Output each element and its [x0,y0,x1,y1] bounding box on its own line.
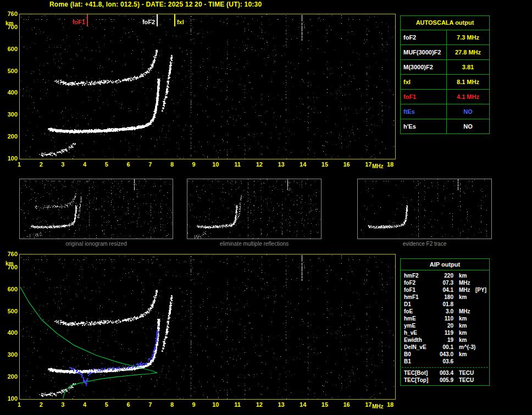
parameter-value: 3.0 [435,308,453,315]
x-tick-label: 18 [387,161,394,168]
autoscala-table-header: AUTOSCALA output [401,16,489,30]
bottom-ionogram-canvas [20,254,395,399]
parameter-label: MUF(3000)F2 [401,45,447,59]
parameter-unit [453,358,459,365]
parameter-value: 003.4 [435,369,453,377]
parameter-value: 4.1 MHz [447,90,489,104]
parameter-label: foF1 [404,286,435,294]
y-tick-label: 500 [2,68,18,74]
x-tick-label: 11 [234,161,241,168]
x-tick-label: 7 [148,401,152,408]
x-tick-label: 8 [170,401,174,408]
autoscala-table-rows: foF27.3 MHzMUF(3000)F227.8 MHzM(3000)F23… [401,30,489,134]
parameter-value: 27.8 MHz [447,45,489,59]
x-tick-label: 4 [83,161,86,168]
aip-output-table: AIP output hmF2220kmfoF207.3MHzfoF104.1M… [400,258,490,386]
y-tick-label: 300 [2,111,18,118]
thumbnail-caption: eliminate multiple reflections [187,241,322,247]
parameter-value: 043.0 [435,351,453,358]
parameter-value: NO [447,104,489,119]
parameter-unit: MHz [453,308,470,315]
x-axis-unit-bottom: MHz [372,403,384,410]
y-tick-label: 200 [2,133,18,140]
parameter-value: 20 [435,322,453,329]
parameter-value: 005.9 [435,377,453,384]
parameter-label: foE [404,308,435,315]
table-row: ymE20km [401,322,489,329]
parameter-label: ftEs [401,104,447,119]
parameter-unit: km [453,272,467,279]
top-ionogram-canvas [20,14,395,159]
parameter-label: M(3000)F2 [401,60,447,74]
parameter-label: foF1 [401,90,447,104]
parameter-unit: km [453,315,467,322]
thumbnail-caption: original ionogram resized [19,241,173,247]
thumbnail-canvas [20,179,173,239]
parameter-unit: TECU [453,369,474,377]
table-row: hmF1180km [401,294,489,301]
parameter-label: fxI [401,75,447,89]
y-tick-label: 760 [2,251,18,257]
y-tick-label: 700 [2,264,18,270]
parameter-label: ymE [404,322,435,329]
parameter-label: foF2 [401,30,447,45]
parameter-label: B1 [404,358,435,365]
table-row: foF27.3 MHz [401,30,489,45]
parameter-unit: MHz [453,286,470,294]
parameter-unit: m^(-3) [453,344,475,351]
table-row: ftEsNO [401,104,489,119]
parameter-unit: km [453,294,467,301]
thumbnail-1 [19,179,173,239]
x-tick-label: 7 [148,161,152,168]
x-axis-unit-top: MHz [372,163,384,169]
x-tick-label: 11 [234,401,241,408]
parameter-label: foF2 [404,279,435,286]
table-row: M(3000)F23.81 [401,60,489,75]
table-row: B0043.0km [401,351,489,358]
parameter-value: 119 [435,329,453,336]
x-tick-label: 1 [18,401,21,408]
header-title: Rome (lat: +41.8, lon: 012.5) - DATE: 20… [49,1,262,8]
table-row: hmF2220km [401,272,489,279]
parameter-value: 3.81 [447,60,489,74]
y-tick-label: 200 [2,373,18,380]
marker-line-foF2 [157,14,158,26]
parameter-flag: [PY] [475,286,488,294]
parameter-value: 19 [435,336,453,344]
x-tick-label: 17 [365,401,372,408]
parameter-unit: km [453,329,467,336]
marker-line-fxI [174,14,175,26]
x-tick-label: 3 [61,161,64,168]
x-tick-label: 1 [18,161,21,168]
x-tick-label: 10 [212,161,219,168]
x-tick-label: 3 [61,401,64,408]
x-tick-label: 17 [365,161,372,168]
parameter-value: 220 [435,272,453,279]
parameter-unit: km [453,322,467,329]
table-row: D101.8 [401,301,489,308]
bottom-ionogram-plot [19,254,396,400]
aip-table-header: AIP output [401,259,489,270]
table-row: foF104.1MHz[PY] [401,286,489,294]
parameter-value: 04.1 [435,286,453,294]
thumbnail-3 [357,179,492,239]
y-tick-label: 400 [2,89,18,96]
x-tick-label: 9 [192,401,196,408]
x-tick-label: 2 [40,401,43,408]
y-tick-label: 700 [2,24,18,30]
table-row: foF207.3MHz [401,279,489,286]
x-tick-label: 5 [105,401,108,408]
table-row: hmE110km [401,315,489,322]
x-tick-label: 6 [126,401,130,408]
parameter-label: h'Es [401,119,447,134]
aip-separator [402,367,488,368]
aip-table-rows: hmF2220kmfoF207.3MHzfoF104.1MHz[PY]hmF11… [401,272,489,365]
parameter-unit: MHz [453,279,470,286]
x-tick-label: 15 [322,161,328,168]
x-tick-label: 13 [278,161,284,168]
parameter-value: NO [447,119,489,134]
table-row: Ewidth19km [401,336,489,344]
y-tick-label: 600 [2,286,18,292]
x-tick-label: 15 [322,401,328,408]
table-row: h_vE119km [401,329,489,336]
